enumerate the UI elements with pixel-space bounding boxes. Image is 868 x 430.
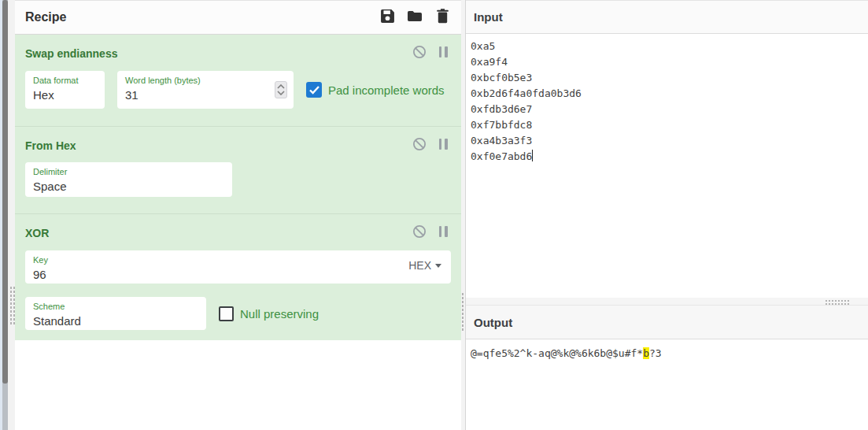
operations-recipe-splitter-handle[interactable] (9, 285, 15, 326)
xor-scheme-field[interactable]: Scheme Standard (25, 297, 206, 330)
xor-key-field[interactable]: Key 96 HEX (25, 250, 451, 284)
delimiter-field[interactable]: Delimiter Space (25, 162, 232, 197)
number-spinner[interactable] (275, 81, 287, 98)
operation-swap-endianness[interactable]: Swap endianness Data format Hex Word len… (15, 35, 461, 126)
disable-operation-icon[interactable] (412, 45, 427, 59)
input-line: 0xbcf0b5e3 (471, 70, 863, 86)
clear-recipe-button[interactable] (434, 9, 450, 25)
output-line: @=qfe5%2^k-aq@%k@%6k6b@$u#f*b?3 (471, 346, 863, 361)
disable-operation-icon[interactable] (412, 224, 427, 239)
input-line: 0xfdb3d6e7 (471, 102, 863, 117)
save-recipe-button[interactable] (379, 9, 395, 25)
io-panel: Input 0xa5 0xa9f4 0xbcf0b5e3 0xb2d6f4a0f… (465, 0, 868, 430)
field-value: Space (33, 179, 224, 194)
input-header: Input (466, 0, 868, 34)
output-title: Output (466, 316, 512, 329)
checkbox-unchecked-icon (219, 306, 234, 321)
input-output-splitter-handle[interactable] (824, 298, 851, 305)
field-label: Word length (bytes) (125, 76, 286, 86)
checkbox-checked-icon (306, 82, 322, 98)
field-value: Hex (33, 87, 97, 102)
input-line: 0xa5 (471, 39, 863, 54)
recipe-panel: Recipe (15, 0, 461, 430)
input-line: 0xa9f4 (471, 54, 863, 70)
chevron-down-icon (435, 264, 441, 268)
disable-operation-icon[interactable] (412, 137, 427, 151)
field-value: 96 (33, 267, 443, 282)
operation-controls (412, 224, 450, 239)
trash-icon (437, 9, 449, 27)
operation-xor[interactable]: XOR Key 96 HEX Scheme Standard (15, 213, 461, 340)
field-label: Delimiter (33, 167, 224, 177)
recipe-toolbar (379, 9, 461, 25)
input-line: 0xf0e7abd6 (471, 149, 863, 165)
operations-panel-edge (0, 0, 15, 430)
field-value: Standard (33, 313, 198, 328)
input-output-splitter[interactable] (466, 298, 868, 305)
load-recipe-button[interactable] (407, 9, 423, 25)
operation-name: From Hex (25, 127, 451, 152)
checkbox-label: Pad incomplete words (328, 83, 445, 97)
input-line: 0xa4b3a3f3 (471, 133, 863, 149)
folder-icon (407, 9, 423, 26)
field-value: 31 (125, 87, 286, 102)
checkbox-label: Null preserving (240, 307, 319, 321)
data-format-field[interactable]: Data format Hex (25, 71, 105, 109)
output-header: Output (466, 305, 868, 339)
operation-controls (412, 45, 450, 59)
recipe-header: Recipe (15, 0, 461, 35)
operation-name: XOR (25, 214, 451, 239)
breakpoint-pause-icon[interactable] (436, 224, 450, 239)
field-label: Scheme (33, 302, 198, 312)
highlighted-char: b (643, 347, 649, 359)
field-label: Key (33, 255, 443, 265)
word-length-field[interactable]: Word length (bytes) 31 (117, 71, 294, 109)
operations-scrollbar-track[interactable] (2, 0, 8, 430)
input-textarea[interactable]: 0xa5 0xa9f4 0xbcf0b5e3 0xb2d6f4a0fda0b3d… (466, 34, 868, 298)
operation-name: Swap endianness (25, 35, 451, 60)
operation-from-hex[interactable]: From Hex Delimiter Space (15, 126, 461, 213)
save-icon (380, 9, 395, 27)
key-type-value: HEX (408, 259, 431, 272)
key-type-dropdown[interactable]: HEX (408, 259, 441, 272)
pad-incomplete-words-checkbox[interactable]: Pad incomplete words (306, 82, 445, 98)
text-cursor (532, 150, 533, 161)
breakpoint-pause-icon[interactable] (436, 45, 450, 59)
null-preserving-checkbox[interactable]: Null preserving (219, 306, 319, 321)
breakpoint-pause-icon[interactable] (436, 137, 450, 151)
input-line: 0xf7bbfdc8 (471, 117, 863, 133)
field-label: Data format (33, 76, 97, 86)
recipe-title: Recipe (15, 10, 66, 24)
operation-controls (412, 137, 450, 151)
input-line: 0xb2d6f4a0fda0b3d6 (471, 86, 863, 102)
input-title: Input (466, 10, 503, 24)
output-area: @=qfe5%2^k-aq@%k@%6k6b@$u#f*b?3 (466, 339, 868, 429)
cyberchef-app: Recipe (0, 0, 868, 430)
operations-scrollbar-thumb[interactable] (2, 0, 8, 384)
